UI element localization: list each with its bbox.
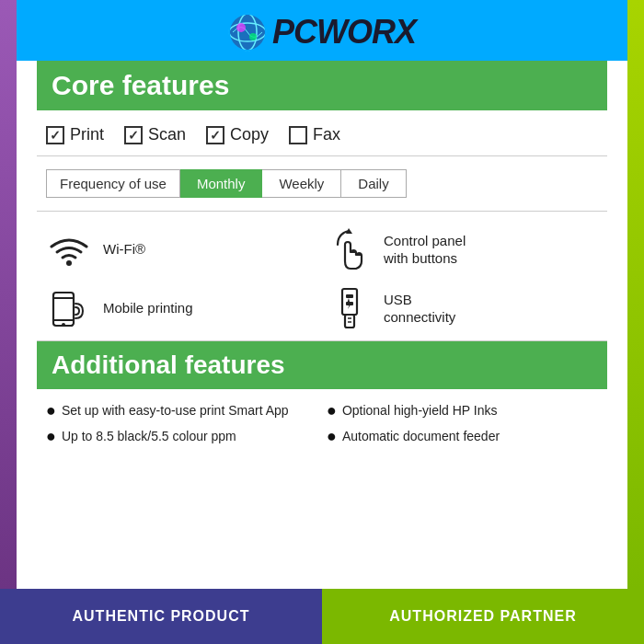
control-panel-text: Control panelwith buttons [384, 232, 466, 268]
footer: AUTHENTIC PRODUCT AUTHORIZED PARTNER [0, 589, 644, 644]
mobile-text: Mobile printing [103, 299, 193, 317]
label-copy: Copy [230, 125, 269, 144]
bullet-text-2: Optional high-yield HP Inks [342, 402, 498, 420]
frequency-row: Frequency of use Monthly Weekly Daily [37, 156, 607, 212]
checkbox-print[interactable] [46, 126, 64, 144]
feature-fax: Fax [289, 125, 340, 144]
svg-point-11 [62, 323, 65, 327]
footer-authentic: AUTHENTIC PRODUCT [73, 608, 250, 625]
logo-globe-icon [228, 13, 267, 52]
core-features-banner: Core features [37, 61, 607, 110]
right-bar [627, 0, 644, 589]
logo-pc: PC [272, 13, 316, 51]
bullet-dot-2: ● [327, 402, 337, 420]
freq-daily-button[interactable]: Daily [341, 169, 406, 198]
logo-container: PCWORX [228, 13, 416, 52]
bullet-hp-inks: ● Optional high-yield HP Inks [327, 402, 598, 420]
svg-point-4 [236, 23, 246, 32]
icons-section: Wi-Fi® Co [37, 212, 607, 341]
bullet-smart-app: ● Set up with easy-to-use print Smart Ap… [46, 402, 317, 420]
usb-icon [327, 285, 373, 331]
checkbox-fax[interactable] [289, 126, 307, 144]
footer-left: AUTHENTIC PRODUCT [0, 589, 322, 644]
label-scan: Scan [148, 125, 186, 144]
features-row: Print Scan Copy Fax [37, 110, 607, 156]
bullet-dot-3: ● [46, 428, 56, 446]
icon-control-panel: Control panelwith buttons [327, 226, 598, 272]
icon-usb: USBconnectivity [327, 285, 598, 331]
freq-weekly-button[interactable]: Weekly [262, 169, 341, 198]
icon-wifi: Wi-Fi® [46, 226, 317, 272]
mobile-icon [46, 285, 92, 331]
feature-scan: Scan [124, 125, 186, 144]
additional-features-banner: Additional features [37, 341, 607, 389]
content-area: Core features Print Scan Copy F [17, 61, 627, 465]
header: PCWORX [17, 0, 627, 61]
bullet-adf: ● Automatic document feeder [327, 428, 598, 446]
core-features-title: Core features [52, 70, 592, 101]
bullet-text-1: Set up with easy-to-use print Smart App [62, 402, 289, 420]
svg-point-5 [249, 33, 257, 40]
main-card: PCWORX Core features Print Scan [17, 0, 627, 589]
logo-text: PCWORX [272, 13, 416, 52]
svg-rect-15 [345, 315, 354, 328]
icon-mobile: Mobile printing [46, 285, 317, 331]
bullet-dot-4: ● [327, 428, 337, 446]
checkbox-scan[interactable] [124, 126, 143, 144]
left-bar [0, 0, 17, 589]
bullet-text-4: Automatic document feeder [342, 428, 500, 446]
footer-right: AUTHORIZED PARTNER [322, 589, 644, 644]
logo-worx: WORX [316, 13, 416, 51]
outer-border: PCWORX Core features Print Scan [0, 0, 644, 644]
bullet-text-3: Up to 8.5 black/5.5 colour ppm [62, 428, 236, 446]
label-print: Print [70, 125, 104, 144]
touch-icon [327, 226, 373, 272]
bullets-section: ● Set up with easy-to-use print Smart Ap… [37, 389, 607, 455]
svg-rect-13 [346, 294, 353, 298]
feature-copy: Copy [206, 125, 269, 144]
additional-features-title: Additional features [52, 351, 592, 380]
feature-print: Print [46, 125, 104, 144]
label-fax: Fax [313, 125, 340, 144]
bullet-dot-1: ● [46, 402, 56, 420]
footer-authorized: AUTHORIZED PARTNER [389, 608, 576, 625]
freq-monthly-button[interactable]: Monthly [180, 169, 263, 198]
usb-text: USBconnectivity [384, 291, 455, 327]
svg-point-6 [66, 260, 72, 266]
bullet-ppm: ● Up to 8.5 black/5.5 colour ppm [46, 428, 317, 446]
frequency-label: Frequency of use [46, 169, 180, 198]
wifi-icon [46, 226, 92, 272]
wifi-text: Wi-Fi® [103, 240, 145, 259]
checkbox-copy[interactable] [206, 126, 224, 144]
